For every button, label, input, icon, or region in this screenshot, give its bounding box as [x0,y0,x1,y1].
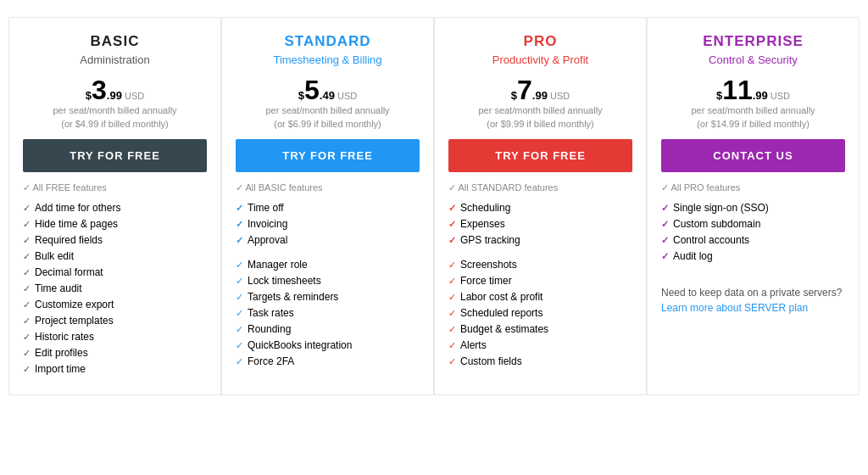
cta-button-standard[interactable]: TRY FOR FREE [236,139,420,172]
feature-item: ✓ Manager role [236,259,420,271]
plan-card-pro: PRO Productivity & Profit $ 7 .99 USD pe… [434,17,647,395]
price-row: $ 11 .99 USD [661,76,845,103]
price-row: $ 3 .99 USD [23,76,207,103]
feature-item: ✓ Invoicing [236,218,420,230]
plan-card-standard: STANDARD Timesheeting & Billing $ 5 .49 … [221,17,434,395]
pricing-grid: BASIC Administration $ 3 .99 USD per sea… [8,17,860,395]
feature-label: Manager role [248,259,308,271]
feature-check-icon: ✓ [23,267,31,278]
plan-tagline: Control & Security [661,53,845,66]
feature-check-icon: ✓ [236,235,243,246]
feature-item: ✓ Bulk edit [23,250,207,262]
price-note1: per seat/month billed annually [448,105,632,115]
feature-check-icon: ✓ [23,251,31,262]
feature-label: Bulk edit [35,250,74,262]
feature-item: ✓ Alerts [448,339,632,351]
feature-item: ✓ Scheduling [448,202,632,214]
cta-button-basic[interactable]: TRY FOR FREE [23,139,207,172]
cta-button-enterprise[interactable]: CONTACT US [661,139,845,172]
price-note2: (or $9.99 if billed monthly) [448,119,632,129]
feature-label: Audit log [673,250,713,262]
feature-item: ✓ Force timer [448,275,632,287]
feature-item: ✓ Custom fields [448,355,632,367]
feature-item: ✓ Screenshots [448,259,632,271]
feature-item: ✓ Custom subdomain [661,218,845,230]
price-cents: .49 [320,89,335,102]
plan-name: PRO [448,33,632,50]
feature-check-icon: ✓ [23,316,31,327]
server-note: Need to keep data on a private servers? … [661,285,845,316]
feature-check-icon: ✓ [448,235,456,246]
feature-check-icon: ✓ [661,203,669,214]
feature-check-icon: ✓ [236,308,243,319]
price-main: 3 [92,76,107,103]
feature-label: Labor cost & profit [460,291,542,303]
feature-item: ✓ Time audit [23,282,207,294]
feature-check-icon: ✓ [236,203,243,214]
feature-check-icon: ✓ [661,219,669,230]
price-main: 11 [722,76,753,103]
feature-item: ✓ Add time for others [23,202,207,214]
feature-item: ✓ Expenses [448,218,632,230]
plan-tagline: Productivity & Profit [448,53,632,66]
feature-item: ✓ Audit log [661,250,845,262]
feature-label: Customize export [35,299,114,310]
feature-item: ✓ Force 2FA [236,355,420,367]
plan-name: ENTERPRISE [661,33,845,50]
price-cents: .99 [753,89,768,102]
price-note2: (or $4.99 if billed monthly) [23,119,207,129]
price-currency: USD [550,91,570,101]
plan-name: STANDARD [236,33,420,50]
feature-item: ✓ Project templates [23,315,207,327]
price-main: 7 [517,76,532,103]
feature-label: Invoicing [248,218,287,230]
feature-label: Control accounts [673,234,749,246]
feature-item: ✓ Scheduled reports [448,307,632,319]
price-dollar-sign: $ [716,90,722,101]
feature-label: Approval [248,234,287,246]
price-note1: per seat/month billed annually [23,105,207,115]
feature-check-icon: ✓ [236,340,243,351]
included-label: ✓ All PRO features [661,182,845,193]
feature-item: ✓ Budget & estimates [448,323,632,335]
server-link[interactable]: Learn more about SERVER plan [661,302,808,314]
included-label: ✓ All BASIC features [236,182,420,193]
feature-label: Budget & estimates [460,323,548,335]
feature-label: Screenshots [460,259,517,271]
feature-check-icon: ✓ [448,308,456,319]
included-label: ✓ All FREE features [23,182,207,193]
price-dollar-sign: $ [511,90,517,101]
feature-check-icon: ✓ [661,251,669,262]
plan-card-enterprise: ENTERPRISE Control & Security $ 11 .99 U… [647,17,860,395]
price-note1: per seat/month billed annually [661,105,845,115]
feature-check-icon: ✓ [448,260,456,271]
feature-label: Historic rates [35,331,94,343]
feature-item: ✓ QuickBooks integration [236,339,420,351]
feature-label: Force 2FA [248,355,294,367]
feature-check-icon: ✓ [448,276,456,287]
price-dollar-sign: $ [298,90,304,101]
price-cents: .99 [532,89,548,102]
feature-label: Import time [35,363,86,375]
feature-label: Edit profiles [35,347,88,359]
feature-item: ✓ Rounding [236,323,420,335]
price-row: $ 7 .99 USD [448,76,632,103]
feature-label: Single sign-on (SSO) [673,202,769,214]
feature-check-icon: ✓ [448,203,456,214]
plan-tagline: Timesheeting & Billing [236,53,420,66]
feature-label: Targets & reminders [248,291,338,303]
plan-tagline: Administration [23,53,207,66]
cta-button-pro[interactable]: TRY FOR FREE [448,139,632,172]
feature-check-icon: ✓ [236,292,243,303]
feature-label: Expenses [460,218,505,230]
price-note2: (or $14.99 if billed monthly) [661,119,845,129]
feature-label: Force timer [460,275,512,287]
feature-check-icon: ✓ [23,219,31,230]
feature-label: Decimal format [35,266,103,278]
feature-check-icon: ✓ [236,219,243,230]
feature-check-icon: ✓ [661,235,669,246]
feature-check-icon: ✓ [236,276,243,287]
feature-label: GPS tracking [460,234,520,246]
feature-item: ✓ Required fields [23,234,207,246]
feature-label: Custom fields [460,355,522,367]
